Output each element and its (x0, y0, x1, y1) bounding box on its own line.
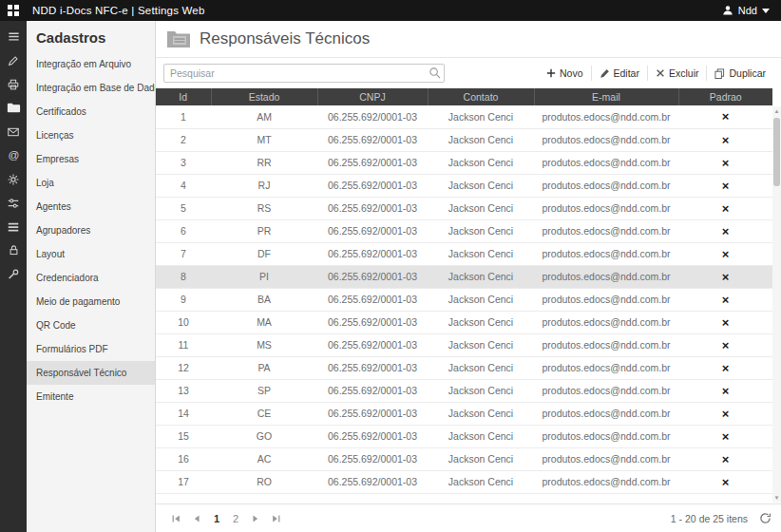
table-row[interactable]: 10 MA 06.255.692/0001-03 Jackson Cenci p… (156, 311, 772, 333)
first-page-button[interactable] (165, 508, 186, 529)
sidebar-item[interactable]: Agrupadores (27, 218, 155, 242)
cell-email: produtos.edocs@ndd.com.br (534, 174, 678, 197)
sidebar-item[interactable]: Loja (27, 171, 155, 195)
wrench-icon[interactable] (0, 262, 27, 286)
vertical-scrollbar[interactable]: ▲ ▼ (772, 106, 781, 503)
rows-icon[interactable] (0, 215, 27, 238)
column-header-estado[interactable]: Estado (211, 88, 317, 105)
cell-padrao: × (678, 105, 772, 128)
table-row[interactable]: 6 PR 06.255.692/0001-03 Jackson Cenci pr… (156, 219, 772, 242)
cell-email: produtos.edocs@ndd.com.br (534, 425, 678, 447)
search-input[interactable] (163, 64, 445, 83)
cell-id: 9 (156, 288, 211, 311)
table-row[interactable]: 4 RJ 06.255.692/0001-03 Jackson Cenci pr… (156, 174, 772, 197)
sidebar-item[interactable]: Emitente (27, 385, 155, 408)
table-row[interactable]: 7 DF 06.255.692/0001-03 Jackson Cenci pr… (156, 242, 772, 265)
next-page-button[interactable] (245, 508, 266, 529)
sidebar-item[interactable]: Responsável Técnico (27, 361, 155, 385)
cell-estado: RS (211, 197, 317, 219)
sidebar-item[interactable]: Certificados (27, 100, 155, 124)
sidebar-item[interactable]: Credenciadora (27, 266, 155, 290)
table-row[interactable]: 9 BA 06.255.692/0001-03 Jackson Cenci pr… (156, 288, 772, 311)
sidebar-item-label: Certificados (36, 106, 86, 117)
excluir-button[interactable]: Excluir (647, 66, 707, 81)
scroll-up-icon[interactable]: ▲ (772, 106, 781, 116)
cell-id: 11 (156, 333, 211, 356)
cell-email: produtos.edocs@ndd.com.br (534, 311, 678, 333)
print-icon[interactable] (0, 72, 27, 96)
sidebar-item[interactable]: Empresas (27, 147, 155, 171)
cell-estado: PA (211, 356, 317, 379)
cell-email: produtos.edocs@ndd.com.br (534, 265, 678, 288)
table-row[interactable]: 5 RS 06.255.692/0001-03 Jackson Cenci pr… (156, 197, 772, 219)
table-row[interactable]: 1 AM 06.255.692/0001-03 Jackson Cenci pr… (156, 105, 772, 128)
menu-icon[interactable] (0, 25, 27, 48)
table-row[interactable]: 2 MT 06.255.692/0001-03 Jackson Cenci pr… (156, 128, 772, 151)
table-row[interactable]: 11 MS 06.255.692/0001-03 Jackson Cenci p… (156, 333, 772, 356)
last-page-button[interactable] (266, 508, 287, 529)
cell-cnpj: 06.255.692/0001-03 (317, 425, 428, 447)
table-row[interactable]: 17 RO 06.255.692/0001-03 Jackson Cenci p… (156, 470, 772, 493)
main-panel: Responsáveis Técnicos Novo Editar (156, 21, 781, 532)
user-name: Ndd (738, 5, 757, 16)
column-header-id[interactable]: Id (156, 88, 211, 105)
page-buttons: 12 (207, 508, 245, 529)
cell-padrao: × (678, 242, 772, 265)
pen-icon[interactable] (0, 48, 27, 72)
novo-button[interactable]: Novo (539, 66, 591, 81)
cell-estado: MT (211, 128, 317, 151)
column-header-contato[interactable]: Contato (428, 88, 534, 105)
sidebar-item[interactable]: Licenças (27, 124, 155, 147)
cell-cnpj: 06.255.692/0001-03 (317, 242, 428, 265)
sidebar-item[interactable]: Integração em Base de Dados (27, 76, 155, 100)
gear-icon[interactable] (0, 167, 27, 191)
sidebar-item-label: Loja (36, 178, 54, 188)
table-body: 1 AM 06.255.692/0001-03 Jackson Cenci pr… (156, 105, 772, 493)
sidebar-item-label: Layout (36, 249, 65, 259)
column-header-cnpj[interactable]: CNPJ (317, 88, 428, 105)
refresh-button[interactable] (759, 512, 771, 524)
page-button-1[interactable]: 1 (207, 508, 226, 529)
cell-contato: Jackson Cenci (428, 128, 534, 151)
apps-grid-icon[interactable] (0, 0, 27, 21)
cell-id: 13 (156, 379, 211, 402)
table-row[interactable]: 13 SP 06.255.692/0001-03 Jackson Cenci p… (156, 379, 772, 402)
column-header-e-mail[interactable]: E-mail (534, 88, 678, 105)
sidebar-item[interactable]: QR Code (27, 314, 155, 337)
folder-icon[interactable] (0, 96, 27, 120)
table-row[interactable]: 14 CE 06.255.692/0001-03 Jackson Cenci p… (156, 402, 772, 425)
user-menu[interactable]: Ndd (722, 5, 781, 16)
page-button-2[interactable]: 2 (226, 508, 245, 529)
table-row[interactable]: 16 AC 06.255.692/0001-03 Jackson Cenci p… (156, 447, 772, 470)
cell-cnpj: 06.255.692/0001-03 (317, 447, 428, 470)
sidebar-item[interactable]: Formulários PDF (27, 337, 155, 361)
at-icon[interactable]: @ (0, 143, 27, 167)
lock-icon[interactable] (0, 238, 27, 262)
scroll-down-icon[interactable]: ▼ (772, 493, 781, 503)
cell-cnpj: 06.255.692/0001-03 (317, 197, 428, 219)
user-icon (722, 5, 733, 16)
cell-contato: Jackson Cenci (428, 447, 534, 470)
scrollbar-thumb[interactable] (773, 118, 780, 186)
table-row[interactable]: 12 PA 06.255.692/0001-03 Jackson Cenci p… (156, 356, 772, 379)
sidebar-item[interactable]: Integração em Arquivo (27, 52, 155, 76)
sidebar-item-label: Empresas (36, 154, 79, 164)
cell-contato: Jackson Cenci (428, 105, 534, 128)
column-header-padrao[interactable]: Padrao (678, 88, 772, 105)
table-row[interactable]: 3 RR 06.255.692/0001-03 Jackson Cenci pr… (156, 151, 772, 174)
mail-icon[interactable] (0, 120, 27, 143)
duplicar-button[interactable]: Duplicar (706, 66, 773, 81)
cell-padrao: × (678, 128, 772, 151)
search-icon[interactable] (429, 66, 441, 79)
table-row[interactable]: 8 PI 06.255.692/0001-03 Jackson Cenci pr… (156, 265, 772, 288)
search-box (163, 64, 445, 83)
editar-button[interactable]: Editar (591, 66, 647, 81)
sidebar-item[interactable]: Layout (27, 242, 155, 266)
cell-id: 2 (156, 128, 211, 151)
table-row[interactable]: 15 GO 06.255.692/0001-03 Jackson Cenci p… (156, 425, 772, 447)
previous-page-button[interactable] (186, 508, 207, 529)
svg-text:@: @ (8, 148, 19, 161)
sidebar-item[interactable]: Agentes (27, 195, 155, 218)
sidebar-item[interactable]: Meio de pagamento (27, 290, 155, 314)
sliders-icon[interactable] (0, 191, 27, 215)
